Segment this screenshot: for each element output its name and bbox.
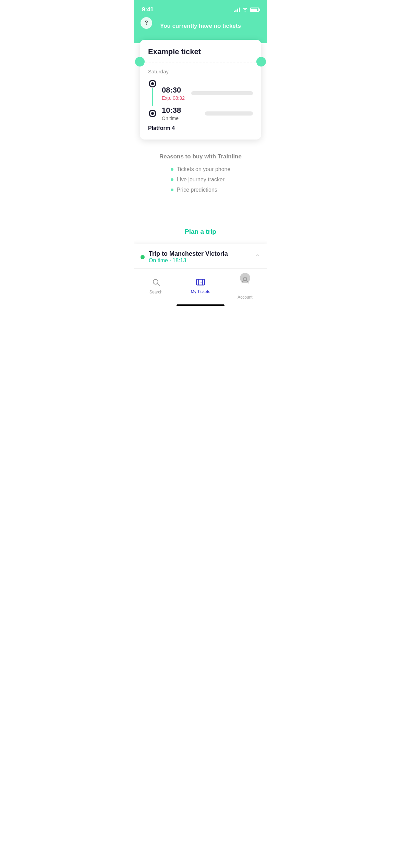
- signal-icon: [234, 7, 240, 12]
- ticket-notch-left: [135, 57, 145, 67]
- arrival-status: On time: [162, 116, 200, 121]
- home-indicator: [177, 304, 224, 306]
- account-icon: [241, 276, 250, 287]
- placeholder-bar-1: [191, 91, 253, 95]
- arrival-circle: [149, 110, 156, 117]
- timeline-bottom: [148, 110, 157, 117]
- svg-point-3: [244, 277, 247, 280]
- departure-info: 08:30 Exp. 08:32: [162, 86, 186, 101]
- help-button[interactable]: ?: [141, 17, 152, 29]
- promo-list: Tickets on your phone Live journey track…: [171, 166, 231, 197]
- trip-banner[interactable]: Trip to Manchester Victoria On time · 18…: [134, 244, 267, 268]
- trip-status-dot: [141, 255, 145, 259]
- ticket-day: Saturday: [148, 69, 253, 74]
- promo-bullet-2: [171, 178, 173, 181]
- departure-expected: Exp. 08:32: [162, 95, 186, 101]
- search-icon: [152, 278, 160, 288]
- plan-trip-section: Plan a trip: [134, 207, 267, 244]
- timeline-line: [152, 88, 153, 106]
- ticket-notch-right: [256, 57, 266, 67]
- nav-item-search[interactable]: Search: [134, 278, 178, 294]
- trip-status: On time · 18:13: [149, 257, 228, 264]
- promo-section: Reasons to buy with Trainline Tickets on…: [134, 140, 267, 207]
- status-time: 9:41: [142, 6, 154, 13]
- ticket-body: Saturday 08:30 Exp. 08:32: [140, 62, 261, 140]
- arrival-info: 10:38 On time: [162, 106, 200, 121]
- nav-label-account: Account: [238, 295, 252, 300]
- example-ticket-card: Example ticket Saturday 08:30 Exp. 08:32: [140, 40, 261, 140]
- trip-destination: Trip to Manchester Victoria: [149, 250, 228, 257]
- departure-row: 08:30 Exp. 08:32: [148, 80, 253, 107]
- departure-time: 08:30: [162, 86, 186, 95]
- ticket-divider: [138, 62, 263, 62]
- battery-icon: [250, 8, 259, 12]
- promo-item-2: Live journey tracker: [171, 177, 231, 183]
- arrival-time: 10:38: [162, 106, 200, 115]
- promo-bullet-1: [171, 168, 173, 171]
- timeline-top: [148, 80, 157, 107]
- tickets-icon: [196, 278, 205, 288]
- status-bar: 9:41: [134, 0, 267, 17]
- promo-title: Reasons to buy with Trainline: [142, 153, 259, 160]
- ticket-title: Example ticket: [148, 47, 253, 56]
- promo-bullet-3: [171, 189, 173, 191]
- bottom-nav: Search My Tickets Account: [134, 268, 267, 302]
- arrival-placeholder: [205, 111, 253, 116]
- svg-line-1: [158, 284, 160, 286]
- header: ? You currently have no tickets: [134, 17, 267, 43]
- trip-banner-left: Trip to Manchester Victoria On time · 18…: [141, 250, 228, 264]
- chevron-up-icon: ⌃: [255, 253, 260, 261]
- departure-placeholder: [191, 91, 253, 95]
- arrival-row: 10:38 On time: [148, 106, 253, 121]
- promo-item-3: Price predictions: [171, 187, 231, 193]
- nav-item-mytickets[interactable]: My Tickets: [178, 278, 223, 294]
- ticket-header: Example ticket: [140, 40, 261, 56]
- promo-item-1: Tickets on your phone: [171, 166, 231, 172]
- placeholder-bar-2: [205, 111, 253, 116]
- no-tickets-message: You currently have no tickets: [160, 23, 241, 29]
- nav-label-mytickets: My Tickets: [191, 289, 210, 294]
- nav-item-account[interactable]: Account: [223, 273, 267, 300]
- plan-trip-button[interactable]: Plan a trip: [185, 228, 216, 236]
- nav-label-search: Search: [149, 290, 162, 294]
- departure-circle: [149, 80, 156, 87]
- wifi-icon: [242, 7, 248, 13]
- trip-info: Trip to Manchester Victoria On time · 18…: [149, 250, 228, 264]
- platform-info: Platform 4: [148, 125, 253, 131]
- status-icons: [234, 7, 259, 13]
